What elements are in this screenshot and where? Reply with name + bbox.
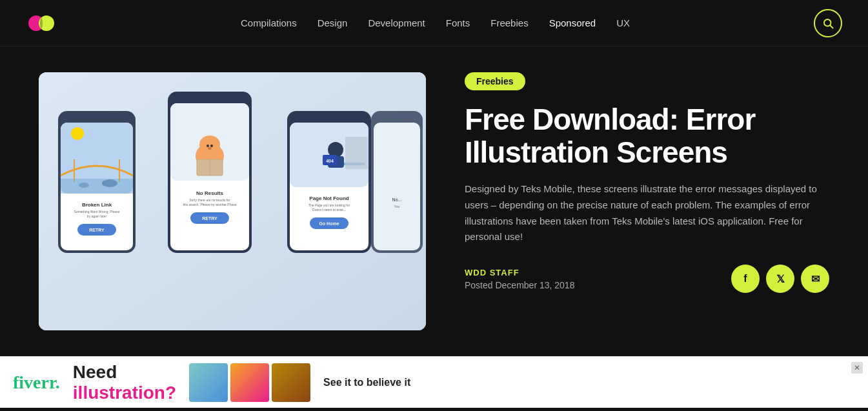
nav-freebies[interactable]: Freebies	[490, 17, 528, 28]
site-logo[interactable]	[26, 8, 57, 39]
author-info: WDD STAFF Posted December 13, 2018	[465, 268, 574, 290]
svg-text:No Results: No Results	[196, 190, 223, 196]
svg-rect-12	[61, 179, 133, 194]
main-content: Broken Link Something Went Wrong, Please…	[0, 46, 868, 356]
svg-point-27	[210, 145, 213, 147]
svg-text:RETRY: RETRY	[89, 228, 105, 232]
nav-fonts[interactable]: Fonts	[446, 17, 470, 28]
article-title: Free Download: Error Illustration Screen…	[465, 103, 829, 168]
fiverr-logo: fiverr.	[13, 372, 60, 393]
ad-close-button[interactable]: ✕	[851, 362, 863, 374]
svg-point-28	[208, 147, 212, 150]
ad-image-group	[189, 363, 310, 402]
svg-text:Broken Link: Broken Link	[82, 202, 112, 208]
author-name: WDD STAFF	[465, 268, 574, 277]
ad-image-1	[189, 363, 228, 402]
ad-text-illustration: illustration?	[73, 383, 176, 403]
svg-point-13	[71, 127, 84, 140]
svg-text:The Page you are looking for: The Page you are looking for	[308, 203, 350, 207]
twitter-share-button[interactable]: 𝕏	[766, 265, 794, 293]
svg-text:You: You	[394, 205, 400, 208]
search-button[interactable]	[814, 9, 842, 37]
site-header: Compilations Design Development Fonts Fr…	[0, 0, 868, 46]
nav-ux[interactable]: UX	[616, 17, 630, 28]
svg-text:Sorry there are no results for: Sorry there are no results for	[189, 198, 230, 202]
article-content: Freebies Free Download: Error Illustrati…	[465, 72, 829, 293]
nav-sponsored[interactable]: Sponsored	[549, 17, 596, 28]
article-tag[interactable]: Freebies	[465, 72, 525, 90]
hero-image: Broken Link Something Went Wrong, Please…	[39, 72, 426, 330]
svg-text:Something Went Wrong, Please: Something Went Wrong, Please	[74, 210, 120, 214]
svg-text:404: 404	[326, 159, 334, 163]
svg-rect-44	[345, 137, 368, 169]
svg-text:Go Home: Go Home	[319, 221, 339, 226]
svg-point-26	[207, 145, 209, 147]
svg-text:RETRY: RETRY	[202, 216, 217, 221]
main-nav: Compilations Design Development Fonts Fr…	[241, 17, 630, 28]
svg-text:Page Not Found: Page Not Found	[309, 195, 348, 201]
author-section: WDD STAFF Posted December 13, 2018 f 𝕏 ✉	[465, 265, 829, 293]
ad-image-2	[230, 363, 269, 402]
nav-development[interactable]: Development	[368, 17, 425, 28]
svg-line-3	[830, 25, 833, 28]
ad-headline: Need illustration?	[73, 362, 176, 403]
email-share-button[interactable]: ✉	[801, 265, 829, 293]
ad-cta-button[interactable]: See it to believe it	[323, 377, 410, 388]
facebook-share-button[interactable]: f	[731, 265, 760, 293]
svg-text:Doesn't seem to exist...: Doesn't seem to exist...	[312, 208, 346, 212]
svg-rect-51	[374, 123, 420, 250]
svg-text:this search. Please try anothe: this search. Please try another Phase	[183, 203, 236, 206]
social-share-buttons: f 𝕏 ✉	[731, 265, 829, 293]
post-date: Posted December 13, 2018	[465, 280, 574, 290]
svg-text:try again later: try again later	[87, 214, 107, 218]
ad-image-3	[272, 363, 310, 402]
nav-design[interactable]: Design	[318, 17, 348, 28]
advertisement-banner: fiverr. Need illustration? See it to bel…	[0, 356, 868, 408]
ad-text-block: Need illustration?	[73, 362, 176, 403]
nav-compilations[interactable]: Compilations	[241, 17, 297, 28]
ad-text-need: Need	[73, 362, 117, 382]
svg-text:No...: No...	[392, 197, 402, 202]
article-description: Designed by Teks Mobile, these screens i…	[465, 181, 826, 245]
svg-point-23	[199, 135, 220, 154]
